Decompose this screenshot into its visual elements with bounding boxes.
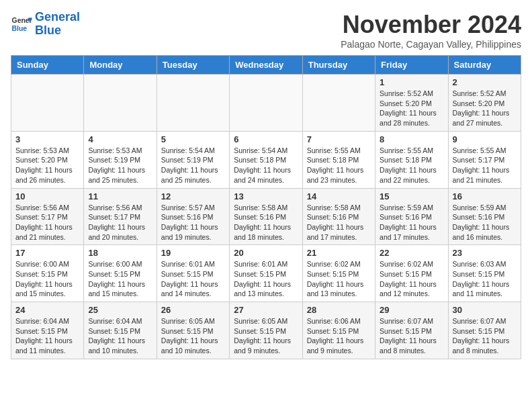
calendar-table: Sunday Monday Tuesday Wednesday Thursday… bbox=[11, 55, 521, 359]
day-number: 21 bbox=[307, 248, 371, 258]
day-info: Sunrise: 6:03 AM Sunset: 5:15 PM Dayligh… bbox=[453, 259, 517, 299]
calendar-cell: 20Sunrise: 6:01 AM Sunset: 5:15 PM Dayli… bbox=[230, 245, 302, 302]
day-info: Sunrise: 6:00 AM Sunset: 5:15 PM Dayligh… bbox=[88, 259, 152, 299]
calendar-header-row: Sunday Monday Tuesday Wednesday Thursday… bbox=[11, 56, 521, 75]
day-number: 6 bbox=[234, 134, 298, 144]
calendar-cell: 11Sunrise: 5:56 AM Sunset: 5:17 PM Dayli… bbox=[84, 188, 157, 245]
day-number: 26 bbox=[161, 305, 225, 315]
day-info: Sunrise: 5:54 AM Sunset: 5:18 PM Dayligh… bbox=[234, 146, 298, 185]
calendar-cell: 24Sunrise: 6:04 AM Sunset: 5:15 PM Dayli… bbox=[11, 302, 84, 359]
title-block: November 2024 Palagao Norte, Cagayan Val… bbox=[341, 11, 521, 50]
day-number: 2 bbox=[453, 77, 517, 87]
day-number: 8 bbox=[380, 134, 443, 144]
calendar-week-row: 24Sunrise: 6:04 AM Sunset: 5:15 PM Dayli… bbox=[11, 302, 521, 359]
calendar-cell: 18Sunrise: 6:00 AM Sunset: 5:15 PM Dayli… bbox=[84, 245, 157, 302]
day-number: 17 bbox=[15, 248, 79, 258]
day-number: 24 bbox=[15, 305, 79, 315]
day-number: 11 bbox=[88, 191, 152, 201]
calendar-cell bbox=[230, 75, 302, 132]
calendar-cell: 22Sunrise: 6:02 AM Sunset: 5:15 PM Dayli… bbox=[375, 245, 448, 302]
day-info: Sunrise: 6:01 AM Sunset: 5:15 PM Dayligh… bbox=[161, 259, 225, 299]
calendar-cell: 4Sunrise: 5:53 AM Sunset: 5:19 PM Daylig… bbox=[84, 131, 157, 188]
calendar-cell: 21Sunrise: 6:02 AM Sunset: 5:15 PM Dayli… bbox=[302, 245, 375, 302]
calendar-week-row: 10Sunrise: 5:56 AM Sunset: 5:17 PM Dayli… bbox=[11, 188, 521, 245]
calendar-cell: 27Sunrise: 6:05 AM Sunset: 5:15 PM Dayli… bbox=[230, 302, 302, 359]
col-sunday: Sunday bbox=[11, 56, 84, 75]
col-tuesday: Tuesday bbox=[157, 56, 229, 75]
day-number: 12 bbox=[161, 191, 225, 201]
day-number: 16 bbox=[453, 191, 517, 201]
day-info: Sunrise: 6:07 AM Sunset: 5:15 PM Dayligh… bbox=[380, 316, 443, 356]
day-number: 25 bbox=[88, 305, 152, 315]
calendar-cell: 1Sunrise: 5:52 AM Sunset: 5:20 PM Daylig… bbox=[375, 75, 448, 132]
day-info: Sunrise: 6:04 AM Sunset: 5:15 PM Dayligh… bbox=[15, 316, 79, 356]
day-info: Sunrise: 5:53 AM Sunset: 5:20 PM Dayligh… bbox=[15, 146, 79, 185]
day-number: 20 bbox=[234, 248, 298, 258]
day-info: Sunrise: 5:55 AM Sunset: 5:17 PM Dayligh… bbox=[453, 146, 517, 185]
day-info: Sunrise: 5:54 AM Sunset: 5:19 PM Dayligh… bbox=[161, 146, 225, 185]
calendar-cell bbox=[302, 75, 375, 132]
calendar-cell: 13Sunrise: 5:58 AM Sunset: 5:16 PM Dayli… bbox=[230, 188, 302, 245]
page-header: General Blue GeneralBlue November 2024 P… bbox=[11, 11, 521, 50]
day-info: Sunrise: 5:52 AM Sunset: 5:20 PM Dayligh… bbox=[380, 89, 443, 128]
calendar-cell: 28Sunrise: 6:06 AM Sunset: 5:15 PM Dayli… bbox=[302, 302, 375, 359]
calendar-body: 1Sunrise: 5:52 AM Sunset: 5:20 PM Daylig… bbox=[11, 75, 521, 359]
day-number: 15 bbox=[380, 191, 443, 201]
day-number: 4 bbox=[88, 134, 152, 144]
day-number: 10 bbox=[15, 191, 79, 201]
day-number: 3 bbox=[15, 134, 79, 144]
logo: General Blue GeneralBlue bbox=[11, 11, 80, 38]
day-info: Sunrise: 6:04 AM Sunset: 5:15 PM Dayligh… bbox=[88, 316, 152, 356]
day-info: Sunrise: 5:53 AM Sunset: 5:19 PM Dayligh… bbox=[88, 146, 152, 185]
day-info: Sunrise: 6:05 AM Sunset: 5:15 PM Dayligh… bbox=[234, 316, 298, 356]
calendar-cell: 16Sunrise: 5:59 AM Sunset: 5:16 PM Dayli… bbox=[448, 188, 521, 245]
day-info: Sunrise: 6:00 AM Sunset: 5:15 PM Dayligh… bbox=[15, 259, 79, 299]
day-info: Sunrise: 5:58 AM Sunset: 5:16 PM Dayligh… bbox=[307, 203, 371, 242]
calendar-cell: 10Sunrise: 5:56 AM Sunset: 5:17 PM Dayli… bbox=[11, 188, 84, 245]
calendar-cell: 7Sunrise: 5:55 AM Sunset: 5:18 PM Daylig… bbox=[302, 131, 375, 188]
calendar-cell: 29Sunrise: 6:07 AM Sunset: 5:15 PM Dayli… bbox=[375, 302, 448, 359]
calendar-cell: 26Sunrise: 6:05 AM Sunset: 5:15 PM Dayli… bbox=[157, 302, 229, 359]
col-monday: Monday bbox=[84, 56, 157, 75]
day-info: Sunrise: 6:05 AM Sunset: 5:15 PM Dayligh… bbox=[161, 316, 225, 356]
calendar-cell: 3Sunrise: 5:53 AM Sunset: 5:20 PM Daylig… bbox=[11, 131, 84, 188]
day-number: 27 bbox=[234, 305, 298, 315]
day-number: 19 bbox=[161, 248, 225, 258]
calendar-cell: 25Sunrise: 6:04 AM Sunset: 5:15 PM Dayli… bbox=[84, 302, 157, 359]
day-number: 1 bbox=[380, 77, 443, 87]
calendar-cell bbox=[157, 75, 229, 132]
day-number: 7 bbox=[307, 134, 371, 144]
location-subtitle: Palagao Norte, Cagayan Valley, Philippin… bbox=[341, 39, 521, 50]
svg-text:Blue: Blue bbox=[12, 24, 28, 32]
logo-icon: General Blue bbox=[11, 13, 32, 35]
day-number: 22 bbox=[380, 248, 443, 258]
calendar-cell: 19Sunrise: 6:01 AM Sunset: 5:15 PM Dayli… bbox=[157, 245, 229, 302]
day-info: Sunrise: 6:02 AM Sunset: 5:15 PM Dayligh… bbox=[307, 259, 371, 299]
col-thursday: Thursday bbox=[302, 56, 375, 75]
day-info: Sunrise: 6:07 AM Sunset: 5:15 PM Dayligh… bbox=[453, 316, 517, 356]
calendar-cell: 15Sunrise: 5:59 AM Sunset: 5:16 PM Dayli… bbox=[375, 188, 448, 245]
col-saturday: Saturday bbox=[448, 56, 521, 75]
day-number: 23 bbox=[453, 248, 517, 258]
calendar-cell: 8Sunrise: 5:55 AM Sunset: 5:18 PM Daylig… bbox=[375, 131, 448, 188]
day-info: Sunrise: 5:59 AM Sunset: 5:16 PM Dayligh… bbox=[453, 203, 517, 242]
day-info: Sunrise: 5:58 AM Sunset: 5:16 PM Dayligh… bbox=[234, 203, 298, 242]
day-info: Sunrise: 5:57 AM Sunset: 5:16 PM Dayligh… bbox=[161, 203, 225, 242]
calendar-cell: 9Sunrise: 5:55 AM Sunset: 5:17 PM Daylig… bbox=[448, 131, 521, 188]
day-number: 9 bbox=[453, 134, 517, 144]
calendar-week-row: 3Sunrise: 5:53 AM Sunset: 5:20 PM Daylig… bbox=[11, 131, 521, 188]
day-number: 14 bbox=[307, 191, 371, 201]
day-info: Sunrise: 6:06 AM Sunset: 5:15 PM Dayligh… bbox=[307, 316, 371, 356]
col-wednesday: Wednesday bbox=[230, 56, 302, 75]
calendar-cell: 23Sunrise: 6:03 AM Sunset: 5:15 PM Dayli… bbox=[448, 245, 521, 302]
calendar-cell: 12Sunrise: 5:57 AM Sunset: 5:16 PM Dayli… bbox=[157, 188, 229, 245]
calendar-week-row: 1Sunrise: 5:52 AM Sunset: 5:20 PM Daylig… bbox=[11, 75, 521, 132]
calendar-cell: 6Sunrise: 5:54 AM Sunset: 5:18 PM Daylig… bbox=[230, 131, 302, 188]
day-info: Sunrise: 5:55 AM Sunset: 5:18 PM Dayligh… bbox=[380, 146, 443, 185]
month-title: November 2024 bbox=[341, 11, 521, 39]
day-info: Sunrise: 5:56 AM Sunset: 5:17 PM Dayligh… bbox=[15, 203, 79, 242]
calendar-cell: 14Sunrise: 5:58 AM Sunset: 5:16 PM Dayli… bbox=[302, 188, 375, 245]
calendar-cell: 5Sunrise: 5:54 AM Sunset: 5:19 PM Daylig… bbox=[157, 131, 229, 188]
calendar-week-row: 17Sunrise: 6:00 AM Sunset: 5:15 PM Dayli… bbox=[11, 245, 521, 302]
calendar-cell bbox=[11, 75, 84, 132]
